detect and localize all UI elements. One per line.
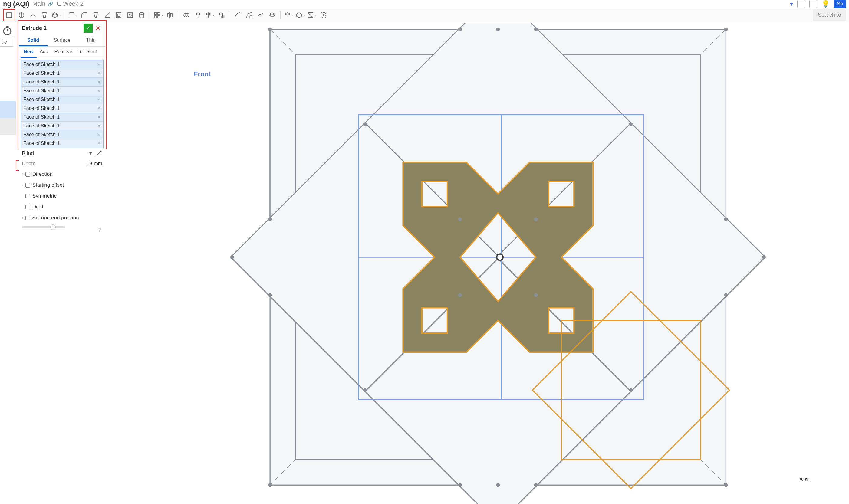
sketch-icon[interactable] bbox=[4, 10, 14, 20]
sweep-icon[interactable] bbox=[28, 10, 38, 20]
share-button[interactable]: Sh bbox=[834, 0, 846, 8]
feature-toolbar: Search to bbox=[0, 8, 849, 22]
thicken-icon[interactable] bbox=[51, 10, 61, 20]
split-icon[interactable] bbox=[193, 10, 203, 20]
move-face-icon[interactable] bbox=[204, 10, 215, 20]
app-switcher-icon[interactable] bbox=[797, 0, 805, 8]
boolean-icon[interactable] bbox=[181, 10, 192, 20]
mirror-icon[interactable] bbox=[165, 10, 175, 20]
week-label: Week 2 bbox=[63, 0, 83, 7]
custom-feature-icon[interactable] bbox=[318, 10, 329, 20]
svg-rect-7 bbox=[154, 13, 157, 15]
svg-rect-8 bbox=[158, 13, 160, 15]
loft-icon[interactable] bbox=[39, 10, 50, 20]
transform-icon[interactable] bbox=[255, 10, 266, 20]
doc-title: ng (AQI) bbox=[3, 0, 29, 8]
bulb-icon[interactable]: 💡 bbox=[821, 0, 830, 8]
extrude-panel: Extrude 1 ✓ ✕ Solid Surface Thin New Add… bbox=[19, 21, 105, 22]
offset-surface-icon[interactable] bbox=[267, 10, 277, 20]
hole-icon[interactable] bbox=[125, 10, 135, 20]
cylinder-icon[interactable] bbox=[137, 10, 147, 20]
delete-fillet-icon[interactable] bbox=[244, 10, 254, 20]
search-tools[interactable]: Search to bbox=[813, 10, 846, 21]
svg-point-14 bbox=[250, 16, 252, 18]
svg-point-6 bbox=[140, 13, 144, 14]
svg-rect-3 bbox=[118, 14, 120, 16]
svg-rect-2 bbox=[116, 13, 121, 18]
fillet-icon[interactable] bbox=[68, 10, 78, 20]
week-checkbox[interactable] bbox=[57, 2, 61, 6]
svg-rect-4 bbox=[128, 13, 132, 18]
pattern-icon[interactable] bbox=[153, 10, 163, 20]
section-view-icon[interactable] bbox=[306, 10, 317, 20]
grid-icon[interactable] bbox=[809, 0, 817, 8]
svg-rect-0 bbox=[7, 13, 12, 18]
svg-rect-10 bbox=[158, 16, 160, 18]
shell-icon[interactable] bbox=[113, 10, 124, 20]
document-header: ng (AQI) Main 🔗 Week 2 ▾ 💡 Sh bbox=[0, 0, 849, 8]
draft-icon[interactable] bbox=[90, 10, 101, 20]
revolve-icon[interactable] bbox=[16, 10, 26, 20]
branch-label[interactable]: Main bbox=[32, 0, 46, 7]
chamfer-icon[interactable] bbox=[79, 10, 89, 20]
svg-point-5 bbox=[129, 14, 131, 16]
delete-face-icon[interactable] bbox=[216, 10, 226, 20]
rib-icon[interactable] bbox=[102, 10, 112, 20]
derived-icon[interactable] bbox=[295, 10, 305, 20]
link-icon[interactable]: 🔗 bbox=[48, 1, 53, 6]
bookmark-icon[interactable]: ▾ bbox=[790, 0, 793, 7]
svg-rect-9 bbox=[154, 16, 157, 18]
modify-fillet-icon[interactable] bbox=[232, 10, 243, 20]
plane-icon[interactable] bbox=[284, 10, 294, 20]
